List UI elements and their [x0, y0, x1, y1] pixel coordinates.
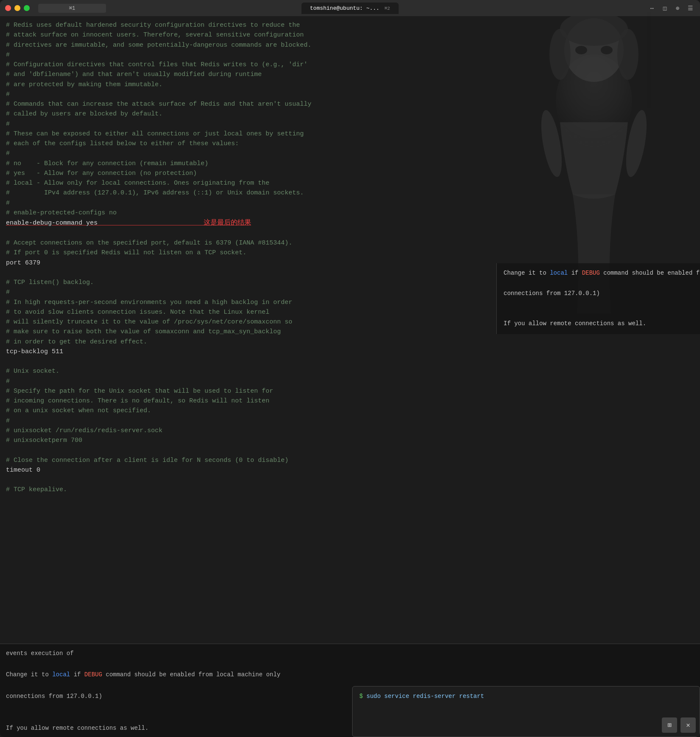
- tab-shortcut: ⌘2: [384, 6, 390, 11]
- corner-icon-2[interactable]: ✕: [680, 717, 696, 733]
- toolbar-right: ⋯ ◫ ⊕ ☰: [647, 0, 695, 16]
- line-16: # yes - Allow for any connection (no pro…: [6, 169, 694, 178]
- line-2: # attack surface on innocent users. Ther…: [6, 30, 694, 40]
- right-line-3: If you allow remote connections as well.: [504, 319, 693, 329]
- line-37: # Unix socket.: [6, 366, 694, 376]
- line-46: # Close the connection after a client is…: [6, 456, 694, 465]
- line-13: # each of the configs listed below to ei…: [6, 139, 694, 149]
- line-44: # unixsocketperm 700: [6, 436, 694, 445]
- line-41: # on a unix socket when not specified.: [6, 406, 694, 416]
- line-1: # Redis uses default hardened security c…: [6, 20, 694, 30]
- cmd-line: $ sudo service redis-server restart: [359, 691, 693, 702]
- line-9: # Commands that can increase the attack …: [6, 99, 694, 109]
- line-blank-5: [6, 475, 694, 485]
- cmd-panel: $ sudo service redis-server restart: [352, 686, 700, 737]
- line-25: # If port 0 is specified Redis will not …: [6, 248, 694, 258]
- line-7: # are protected by making them immutable…: [6, 80, 694, 90]
- url-bar[interactable]: ⌘1: [38, 4, 106, 13]
- line-blank-1: [6, 228, 694, 238]
- minimize-button[interactable]: [14, 5, 20, 11]
- enable-debug-text: enable-debug-command yes: [6, 219, 98, 227]
- line-12: # These can be exposed to either all con…: [6, 129, 694, 139]
- icon-btn-3[interactable]: ⊕: [673, 3, 682, 13]
- line-3: # directives are immutable, and some pot…: [6, 40, 694, 50]
- line-6: # and 'dbfilename') and that aren't usua…: [6, 70, 694, 79]
- active-tab[interactable]: tomshine@ubuntu: ~... ⌘2: [302, 3, 399, 14]
- line-19: #: [6, 198, 694, 208]
- line-39: # Specify the path for the Unix socket t…: [6, 386, 694, 396]
- line-42: #: [6, 416, 694, 426]
- line-8: #: [6, 90, 694, 99]
- line-5: # Configuration directives that control …: [6, 60, 694, 70]
- line-40: # incoming connections. There is no defa…: [6, 396, 694, 406]
- line-18: # IPv4 address (127.0.0.1), IPv6 address…: [6, 188, 694, 198]
- right-line-2: connections from 127.0.0.1): [504, 289, 693, 299]
- tab-label: tomshine@ubuntu: ~...: [310, 5, 380, 11]
- line-blank-4: [6, 445, 694, 455]
- icon-btn-2[interactable]: ◫: [660, 3, 669, 13]
- line-49: # TCP keepalive.: [6, 485, 694, 495]
- line-14: #: [6, 149, 694, 158]
- icon-btn-4[interactable]: ☰: [686, 3, 695, 13]
- right-line-1: Change it to local if DEBUG command shou…: [504, 268, 693, 278]
- icon-btn-1[interactable]: ⋯: [647, 3, 657, 13]
- line-10: # called by users are blocked by default…: [6, 109, 694, 119]
- line-timeout: timeout 0: [6, 465, 694, 475]
- maximize-button[interactable]: [24, 5, 30, 11]
- line-backlog: tcp-backlog 511: [6, 347, 694, 357]
- local-text: local: [550, 270, 568, 276]
- result-label: 这是最后的结果: [98, 219, 251, 227]
- tab-bar: tomshine@ubuntu: ~... ⌘2: [302, 3, 399, 14]
- line-11: #: [6, 119, 694, 129]
- terminal-window: ⌘1 tomshine@ubuntu: ~... ⌘2 ⋯ ◫ ⊕ ☰ Gami…: [0, 0, 700, 737]
- line-20: # enable-protected-configs no: [6, 208, 694, 218]
- corner-icon-1[interactable]: ⊞: [662, 717, 677, 733]
- corner-icons: ⊞ ✕: [662, 717, 696, 733]
- cmd-command: sudo service redis-server restart: [367, 693, 484, 700]
- line-17: # local - Allow only for local connectio…: [6, 178, 694, 188]
- close-button[interactable]: [5, 5, 11, 11]
- line-4: #: [6, 50, 694, 60]
- line-24: # Accept connections on the specified po…: [6, 238, 694, 248]
- enable-debug-line: enable-debug-command yes 这是最后的结果: [6, 218, 694, 228]
- bottom-line-1: events execution of: [6, 648, 694, 659]
- line-38: #: [6, 377, 694, 386]
- cmd-prompt: $: [359, 693, 363, 700]
- line-43: # unixsocket /run/redis/redis-server.soc…: [6, 426, 694, 436]
- line-blank-3: [6, 357, 694, 366]
- title-bar: ⌘1 tomshine@ubuntu: ~... ⌘2 ⋯ ◫ ⊕ ☰: [0, 0, 700, 16]
- terminal-content: # Redis uses default hardened security c…: [0, 16, 700, 737]
- right-panel: Change it to local if DEBUG command shou…: [496, 263, 700, 334]
- debug-text: DEBUG: [582, 270, 600, 276]
- line-34: # in order to get the desired effect.: [6, 337, 694, 347]
- bottom-line-2: Change it to local if DEBUG command shou…: [6, 669, 694, 680]
- line-15: # no - Block for any connection (remain …: [6, 159, 694, 169]
- traffic-lights: [5, 5, 30, 11]
